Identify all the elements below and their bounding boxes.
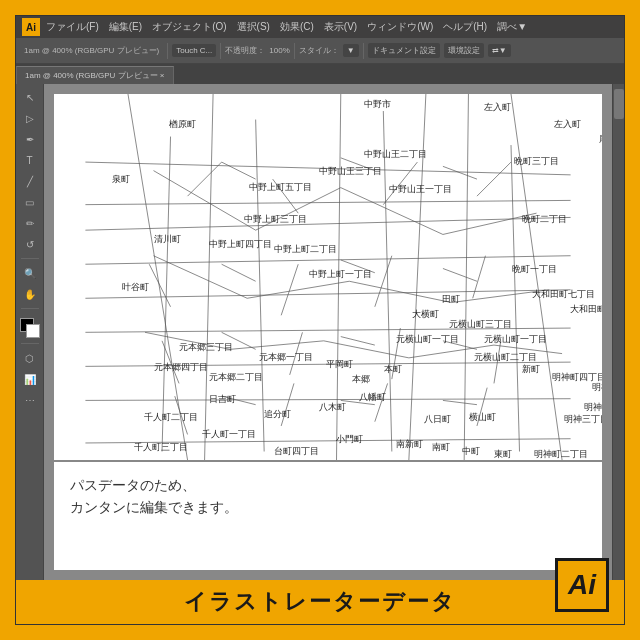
menu-search[interactable]: 調べ▼ xyxy=(497,20,527,34)
map-label: 元本郷四丁目 xyxy=(154,362,208,374)
toolbar-divider-3 xyxy=(294,43,295,59)
svg-line-38 xyxy=(375,256,392,307)
map-label: 清川町 xyxy=(154,234,181,246)
map-label: 元本郷一丁目 xyxy=(259,352,313,364)
svg-line-19 xyxy=(230,341,324,350)
description-text: パスデータのため、 カンタンに編集できます。 xyxy=(70,474,238,519)
tool-separator-2 xyxy=(21,308,39,309)
tool-rect[interactable]: ▭ xyxy=(20,193,40,211)
tool-pen[interactable]: ✒ xyxy=(20,130,40,148)
map-label: 中野山王三丁目 xyxy=(319,166,382,178)
svg-line-24 xyxy=(256,120,265,452)
map-label: 田町 xyxy=(442,294,460,306)
map-label: 元横山町二丁目 xyxy=(474,352,537,364)
svg-line-0 xyxy=(85,217,570,230)
tool-select[interactable]: ↖ xyxy=(20,88,40,106)
tab-document[interactable]: 1am @ 400% (RGB/GPU プレビュー × xyxy=(16,66,174,84)
description-line1: パスデータのため、 xyxy=(70,474,238,496)
svg-line-55 xyxy=(341,337,375,346)
map-label: 楢原町 xyxy=(169,119,196,131)
svg-line-50 xyxy=(443,166,477,179)
map-label: 千人町二丁目 xyxy=(144,412,198,424)
map-label: 明神三丁目 xyxy=(564,414,602,426)
map-label: 大和田町七丁目 xyxy=(532,289,595,301)
svg-line-26 xyxy=(511,145,520,451)
map-label: 南新町 xyxy=(396,439,423,451)
map-label: 中野上町二丁目 xyxy=(274,244,337,256)
menu-select[interactable]: 選択(S) xyxy=(237,20,270,34)
svg-line-28 xyxy=(85,256,570,265)
map-label: 叶谷町 xyxy=(122,282,149,294)
canvas-area: 楢原町中野市左入町左入町尾崎町大谷町富士見町泉町清川町叶谷町中野上町五丁目中野上… xyxy=(44,84,612,580)
left-toolbar: ↖ ▷ ✒ T ╱ ▭ ✏ ↺ 🔍 ✋ ⬡ 📊 ⋯ xyxy=(16,84,44,580)
menu-edit[interactable]: 編集(E) xyxy=(109,20,142,34)
tab-bar: 1am @ 400% (RGB/GPU プレビュー × xyxy=(16,64,624,84)
main-area: ↖ ▷ ✒ T ╱ ▭ ✏ ↺ 🔍 ✋ ⬡ 📊 ⋯ xyxy=(16,84,624,580)
menu-effect[interactable]: 効果(C) xyxy=(280,20,314,34)
tool-hand[interactable]: ✋ xyxy=(20,285,40,303)
map-label: 泉町 xyxy=(112,174,130,186)
description-line2: カンタンに編集できます。 xyxy=(70,496,238,518)
svg-line-32 xyxy=(188,162,222,196)
env-settings-button[interactable]: 環境設定 xyxy=(444,43,484,58)
tool-brush[interactable]: ✏ xyxy=(20,214,40,232)
menu-object[interactable]: オブジェクト(O) xyxy=(152,20,226,34)
svg-line-59 xyxy=(443,400,477,404)
map-label: 平岡町 xyxy=(326,359,353,371)
svg-line-39 xyxy=(473,256,486,299)
map-label: 中野上町三丁目 xyxy=(244,214,307,226)
tool-direct-select[interactable]: ▷ xyxy=(20,109,40,127)
map-label: 元横山町三丁目 xyxy=(449,319,512,331)
scrollbar-right[interactable] xyxy=(612,84,624,580)
map-label: 中野山王一丁目 xyxy=(389,184,452,196)
footer-text: イラストレーターデータ xyxy=(184,587,456,617)
toolbar-divider-2 xyxy=(220,43,221,59)
tool-zoom[interactable]: 🔍 xyxy=(20,264,40,282)
ai-logo-titlebar: Ai xyxy=(22,18,40,36)
map-label: 南町 xyxy=(432,442,450,454)
map-label: 大和田町六丁目 xyxy=(570,304,602,316)
tool-extra-2[interactable]: 📊 xyxy=(20,370,40,388)
svg-line-48 xyxy=(222,162,256,179)
doc-settings-button[interactable]: ドキュメント設定 xyxy=(368,43,440,58)
tool-line[interactable]: ╱ xyxy=(20,172,40,190)
toolbar-extra[interactable]: ⇄▼ xyxy=(488,44,511,57)
map-label: 新町 xyxy=(522,364,540,376)
tool-extra-3[interactable]: ⋯ xyxy=(20,391,40,409)
map-label: 日吉町 xyxy=(209,394,236,406)
menu-file[interactable]: ファイル(F) xyxy=(46,20,99,34)
map-label: 中町 xyxy=(462,446,480,458)
map-label: 追分町 xyxy=(264,409,291,421)
menu-help[interactable]: ヘルプ(H) xyxy=(443,20,487,34)
toolbar-divider-4 xyxy=(363,43,364,59)
menu-window[interactable]: ウィンドウ(W) xyxy=(367,20,433,34)
map-label: 左入町 xyxy=(554,119,581,131)
menu-view[interactable]: 表示(V) xyxy=(324,20,357,34)
toolbar-touch[interactable]: Touch C... xyxy=(172,44,216,57)
svg-line-35 xyxy=(477,162,511,196)
map-label: 元本郷三丁目 xyxy=(179,342,233,354)
map-label: 明神町二丁目 xyxy=(534,449,588,460)
color-foreground[interactable] xyxy=(20,318,40,338)
scrollbar-thumb[interactable] xyxy=(614,89,624,119)
svg-line-23 xyxy=(162,137,171,452)
canvas: 楢原町中野市左入町左入町尾崎町大谷町富士見町泉町清川町叶谷町中野上町五丁目中野上… xyxy=(54,94,602,460)
tool-text[interactable]: T xyxy=(20,151,40,169)
tool-rotate[interactable]: ↺ xyxy=(20,235,40,253)
ai-logo-large: Ai xyxy=(555,558,609,612)
map-label: 本郷 xyxy=(352,374,370,386)
map-label: 千人町一丁目 xyxy=(202,429,256,441)
svg-line-51 xyxy=(222,264,256,281)
map-label: 尾崎町 xyxy=(599,134,602,146)
outer-frame: Ai ファイル(F) 編集(E) オブジェクト(O) 選択(S) 効果(C) 表… xyxy=(0,0,640,640)
style-dropdown[interactable]: ▼ xyxy=(343,44,359,57)
menu-bar: ファイル(F) 編集(E) オブジェクト(O) 選択(S) 効果(C) 表示(V… xyxy=(46,20,527,34)
map-label: 左入町 xyxy=(484,102,511,114)
map-label: 小門町 xyxy=(336,434,363,446)
map-label: 晩町一丁目 xyxy=(512,264,557,276)
toolbar-divider-1 xyxy=(167,43,168,59)
tool-separator-1 xyxy=(21,258,39,259)
tool-extra-1[interactable]: ⬡ xyxy=(20,349,40,367)
toolbar-zoom: 1am @ 400% (RGB/GPU プレビュー) xyxy=(20,43,163,58)
map-label: 明神二丁目 xyxy=(584,402,602,414)
